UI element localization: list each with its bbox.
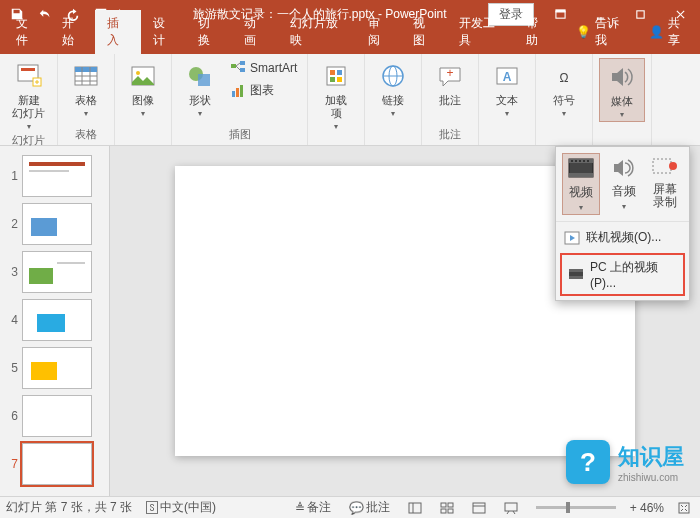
- ribbon-group-addins: 加载 项 ▾: [308, 54, 365, 145]
- tab-help[interactable]: 帮助: [514, 10, 560, 54]
- sorter-view-button[interactable]: [436, 502, 458, 514]
- tab-home[interactable]: 开始: [50, 10, 96, 54]
- svg-rect-22: [240, 61, 245, 65]
- watermark-icon: ?: [566, 440, 610, 484]
- svg-rect-29: [327, 67, 345, 85]
- screen-rec-icon: [650, 155, 680, 181]
- watermark-url: zhishiwu.com: [618, 472, 684, 483]
- language-indicator[interactable]: 🅂中文(中国): [142, 499, 220, 516]
- language-icon: 🅂: [146, 501, 158, 515]
- ribbon-group-media: 媒体 ▾: [593, 54, 652, 145]
- ribbon-group-text: A 文本 ▾: [479, 54, 536, 145]
- tab-tellme[interactable]: 💡告诉我: [564, 10, 638, 54]
- thumbnail-7[interactable]: 7: [0, 440, 109, 488]
- svg-rect-57: [441, 503, 446, 507]
- slide-counter[interactable]: 幻灯片 第 7 张，共 7 张: [6, 499, 132, 516]
- svg-rect-12: [75, 67, 97, 72]
- svg-rect-23: [240, 68, 245, 72]
- svg-line-24: [236, 63, 240, 66]
- shapes-button[interactable]: 形状 ▾: [178, 58, 222, 120]
- comments-button[interactable]: 💬批注: [345, 499, 394, 516]
- zoom-level[interactable]: + 46%: [630, 501, 664, 515]
- ribbon-group-tables: 表格 ▾ 表格: [58, 54, 115, 145]
- svg-rect-60: [448, 509, 453, 513]
- shapes-icon: [184, 60, 216, 92]
- picture-icon: [127, 60, 159, 92]
- thumbnail-3[interactable]: 3: [0, 248, 109, 296]
- share-button[interactable]: 👤共享: [637, 10, 700, 54]
- smartart-icon: [230, 60, 246, 76]
- link-icon: [377, 60, 409, 92]
- svg-point-18: [136, 71, 140, 75]
- thumbnail-2[interactable]: 2: [0, 200, 109, 248]
- svg-rect-55: [409, 503, 421, 513]
- text-button[interactable]: A 文本 ▾: [485, 58, 529, 120]
- fit-to-window-button[interactable]: [674, 502, 694, 514]
- tab-animations[interactable]: 动画: [232, 10, 278, 54]
- tab-design[interactable]: 设计: [141, 10, 187, 54]
- thumbnail-6[interactable]: 6: [0, 392, 109, 440]
- svg-text:A: A: [503, 70, 512, 84]
- images-button[interactable]: 图像 ▾: [121, 58, 165, 120]
- tab-view[interactable]: 视图: [401, 10, 447, 54]
- svg-rect-44: [571, 160, 573, 162]
- tab-transitions[interactable]: 切换: [186, 10, 232, 54]
- chart-button[interactable]: 图表: [226, 80, 301, 101]
- thumbnail-5[interactable]: 5: [0, 344, 109, 392]
- tab-developer[interactable]: 开发工具: [447, 10, 514, 54]
- media-button[interactable]: 媒体 ▾: [599, 58, 645, 122]
- svg-rect-53: [569, 269, 583, 272]
- ribbon-group-comments: + 批注 批注: [422, 54, 479, 145]
- pc-video-item[interactable]: PC 上的视频(P)...: [560, 253, 685, 296]
- chart-icon: [230, 83, 246, 99]
- slide-thumbnails-panel[interactable]: 1 2 3 4 5 6 7: [0, 146, 110, 496]
- svg-rect-63: [505, 503, 517, 511]
- ribbon-group-slides: 新建 幻灯片 ▾ 幻灯片: [0, 54, 58, 145]
- slideshow-view-button[interactable]: [500, 502, 522, 514]
- normal-view-button[interactable]: [404, 502, 426, 514]
- addins-icon: [320, 60, 352, 92]
- speaker-icon: [606, 61, 638, 93]
- tab-review[interactable]: 审阅: [356, 10, 402, 54]
- table-button[interactable]: 表格 ▾: [64, 58, 108, 120]
- reading-view-button[interactable]: [468, 502, 490, 514]
- comment-button[interactable]: + 批注: [428, 58, 472, 109]
- svg-rect-43: [569, 173, 593, 177]
- audio-button[interactable]: 音频▾: [606, 153, 642, 215]
- svg-rect-30: [330, 70, 335, 75]
- online-video-item[interactable]: 联机视频(O)...: [556, 224, 689, 251]
- ribbon-group-symbols: Ω 符号 ▾: [536, 54, 593, 145]
- svg-rect-48: [587, 160, 589, 162]
- notes-icon: ≜: [295, 501, 305, 515]
- svg-rect-26: [232, 91, 235, 97]
- addins-button[interactable]: 加载 项 ▾: [314, 58, 358, 133]
- media-dropdown-popup: 视频▾ 音频▾ 屏幕 录制 联机视频(O)... PC 上的: [555, 146, 690, 301]
- notes-button[interactable]: ≜备注: [291, 499, 335, 516]
- thumbnail-1[interactable]: 1: [0, 152, 109, 200]
- comments-icon: 💬: [349, 501, 364, 515]
- tab-file[interactable]: 文件: [4, 10, 50, 54]
- svg-text:+: +: [447, 66, 454, 80]
- tab-insert[interactable]: 插入: [95, 10, 141, 54]
- thumbnail-4[interactable]: 4: [0, 296, 109, 344]
- video-button[interactable]: 视频▾: [562, 153, 600, 215]
- zoom-slider[interactable]: [536, 506, 616, 509]
- svg-rect-45: [575, 160, 577, 162]
- svg-rect-20: [198, 74, 210, 86]
- table-icon: [70, 60, 102, 92]
- symbols-button[interactable]: Ω 符号 ▾: [542, 58, 586, 120]
- svg-rect-47: [583, 160, 585, 162]
- audio-icon: [609, 155, 639, 181]
- smartart-button[interactable]: SmartArt: [226, 58, 301, 78]
- svg-rect-31: [337, 70, 342, 75]
- screen-recording-button[interactable]: 屏幕 录制: [647, 153, 683, 215]
- comment-icon: +: [434, 60, 466, 92]
- pc-video-icon: [568, 267, 584, 283]
- links-button[interactable]: 链接 ▾: [371, 58, 415, 120]
- tab-slideshow[interactable]: 幻灯片放映: [278, 10, 356, 54]
- ribbon: 新建 幻灯片 ▾ 幻灯片 表格 ▾ 表格 图像 ▾: [0, 54, 700, 146]
- watermark: ? 知识屋 zhishiwu.com: [566, 440, 684, 484]
- new-slide-button[interactable]: 新建 幻灯片 ▾: [6, 58, 51, 133]
- share-icon: 👤: [649, 25, 664, 39]
- textbox-icon: A: [491, 60, 523, 92]
